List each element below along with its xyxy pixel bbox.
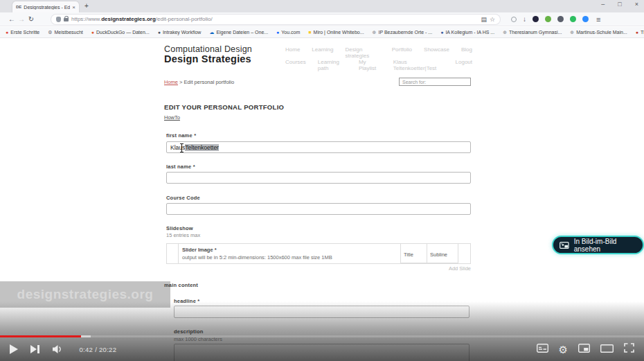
- settings-gear-icon[interactable]: ⚙: [559, 344, 568, 355]
- slider-image-header: Slider Image *: [182, 247, 400, 253]
- bookmark-item[interactable]: ⊕Theresianum Gymnasi...: [503, 30, 562, 35]
- breadcrumb-home-link[interactable]: Home: [164, 79, 178, 85]
- first-name-input[interactable]: Klaus Teltenkoetter: [166, 141, 471, 153]
- bookmark-item[interactable]: ⊕IP Bezaubernde Orte - ...: [373, 30, 433, 35]
- slider-image-cell[interactable]: Slider Image * output will be in 5:2 min…: [178, 244, 400, 263]
- tab-close-icon[interactable]: ×: [72, 4, 75, 10]
- theater-mode-icon: [600, 344, 614, 353]
- last-name-label: last name *: [166, 164, 195, 170]
- bookmark-label: DuckDuckGo — Daten...: [96, 30, 150, 35]
- title-column-cell[interactable]: Title: [400, 244, 427, 263]
- fullscreen-button[interactable]: [624, 343, 634, 355]
- bookmark-item[interactable]: ●You.com: [276, 30, 300, 35]
- main-nav-row1: Home Learning Design strategies Portfoli…: [285, 46, 472, 59]
- bookmark-item[interactable]: ●Intrakey Workflow: [158, 30, 202, 35]
- nav-link-my-playlist[interactable]: My Playlist: [359, 59, 382, 71]
- nav-link-learning-path[interactable]: Learning path: [318, 59, 347, 71]
- volume-button[interactable]: [52, 344, 64, 354]
- url-bar[interactable]: https://www.designstrategies.org/edit-pe…: [51, 15, 500, 24]
- nav-link-showcase[interactable]: Showcase: [424, 46, 449, 59]
- subtitles-button[interactable]: [537, 343, 548, 355]
- site-brand-top: Computational Design: [164, 44, 252, 54]
- nav-link-learning[interactable]: Learning: [312, 46, 333, 59]
- bookmark-label: IA Kollegium - IA HS ...: [445, 30, 494, 35]
- nav-link-user-account[interactable]: Klaus Teltenkoetter|Test: [393, 59, 444, 71]
- text-cursor: [179, 143, 184, 152]
- bookmark-favicon: ☁: [209, 30, 214, 35]
- hamburger-menu-icon[interactable]: ≡: [596, 15, 600, 24]
- nav-link-blog[interactable]: Blog: [461, 46, 472, 59]
- screenshot-extension-icon[interactable]: [511, 17, 517, 22]
- extension-icon[interactable]: [557, 16, 564, 22]
- slider-image-hint: output will be in 5:2 min-dimensions: 15…: [182, 254, 400, 261]
- main-nav-row2: Courses Learning path My Playlist Klaus …: [285, 59, 472, 71]
- window-close-button[interactable]: ×: [635, 1, 638, 8]
- bookmark-favicon: ●: [91, 30, 94, 35]
- bookmark-item[interactable]: ●Theresianum Mainz: [636, 30, 644, 35]
- player-right-controls: ⚙: [537, 343, 634, 355]
- bookmark-item[interactable]: ☁Eigene Dateien – One...: [209, 30, 268, 35]
- first-name-selected-text: Teltenkoetter: [185, 144, 219, 151]
- window-controls: – □ ×: [601, 1, 638, 8]
- bookmark-label: Martinus-Schule Main...: [576, 30, 627, 35]
- volume-icon: [52, 344, 64, 354]
- extension-icon[interactable]: [533, 16, 539, 22]
- bookmark-label: IP Bezaubernde Orte - ...: [378, 30, 432, 35]
- bookmark-label: Intrakey Workflow: [163, 30, 202, 35]
- play-button[interactable]: [10, 344, 18, 354]
- bookmark-label: Miro | Online Whitebo...: [314, 30, 364, 35]
- nav-link-portfolio[interactable]: Portfolio: [392, 46, 412, 59]
- subline-column-cell[interactable]: Subline: [427, 244, 458, 263]
- lock-icon[interactable]: [64, 16, 69, 22]
- time-display: 0:42 / 20:22: [80, 346, 117, 353]
- bookmark-label: Theresianum Gymnasi...: [509, 30, 562, 35]
- bookmark-item[interactable]: ●Erste Schritte: [6, 30, 39, 35]
- nav-link-logout[interactable]: Logout: [456, 59, 472, 71]
- bookmark-favicon: ■: [308, 30, 311, 35]
- nav-link-design-strategies[interactable]: Design strategies: [345, 46, 379, 59]
- tracking-protection-icon[interactable]: [56, 17, 61, 22]
- bookmark-item[interactable]: ⚙Meistbesucht: [48, 30, 83, 35]
- site-brand-main[interactable]: Design Strategies: [164, 53, 251, 64]
- bookmark-item[interactable]: ●DuckDuckGo — Daten...: [91, 30, 150, 35]
- miniplayer-button[interactable]: [578, 343, 590, 355]
- bookmark-item[interactable]: ⊕Martinus-Schule Main...: [570, 30, 627, 35]
- first-name-label: first name *: [166, 132, 196, 139]
- course-code-input[interactable]: [166, 203, 471, 215]
- bookmarks-bar: ●Erste Schritte ⚙Meistbesucht ●DuckDuckG…: [0, 27, 644, 38]
- reader-mode-icon[interactable]: ▤: [481, 16, 487, 23]
- forward-button[interactable]: →: [17, 15, 26, 23]
- browser-tab[interactable]: DE Designstrategies - Edit person... ×: [12, 1, 79, 12]
- last-name-input[interactable]: [166, 172, 471, 184]
- subtitles-icon: [537, 344, 548, 353]
- minimize-button[interactable]: –: [601, 1, 605, 8]
- howto-link[interactable]: HowTo: [164, 114, 180, 121]
- back-button[interactable]: ←: [7, 15, 17, 23]
- bookmark-favicon: ●: [276, 30, 279, 35]
- nav-link-home[interactable]: Home: [285, 46, 300, 59]
- breadcrumb: Home > Edit personal portfolio: [164, 79, 234, 85]
- bookmark-star-icon[interactable]: ☆: [490, 16, 495, 23]
- navigation-toolbar: ← → ↻ https://www.designstrategies.org/e…: [0, 12, 644, 26]
- theater-mode-button[interactable]: [600, 343, 614, 355]
- tab-title: Designstrategies - Edit person...: [24, 5, 70, 10]
- extension-icon[interactable]: [570, 16, 576, 22]
- extension-icon[interactable]: [582, 16, 589, 22]
- add-slide-link[interactable]: Add Slide: [166, 265, 471, 272]
- search-input[interactable]: [399, 78, 471, 86]
- slideshow-actions-cell: [458, 244, 470, 263]
- bookmark-favicon: ●: [636, 30, 638, 35]
- pip-toggle-button[interactable]: In Bild-im-Bild ansehen: [552, 236, 644, 254]
- slideshow-hint: 15 entries max: [166, 232, 200, 238]
- video-player-overlay: 0:42 / 20:22 ⚙: [0, 301, 644, 361]
- next-button[interactable]: [30, 345, 39, 353]
- bookmark-item[interactable]: ●IA Kollegium - IA HS ...: [440, 30, 494, 35]
- nav-link-courses[interactable]: Courses: [285, 59, 306, 71]
- reload-button[interactable]: ↻: [26, 15, 36, 23]
- bookmark-item[interactable]: ■Miro | Online Whitebo...: [308, 30, 364, 35]
- maximize-button[interactable]: □: [618, 1, 621, 8]
- extension-icon[interactable]: [545, 16, 551, 22]
- bookmark-favicon: ●: [158, 30, 161, 35]
- new-tab-button[interactable]: +: [84, 2, 89, 10]
- downloads-icon[interactable]: ↓: [523, 16, 526, 23]
